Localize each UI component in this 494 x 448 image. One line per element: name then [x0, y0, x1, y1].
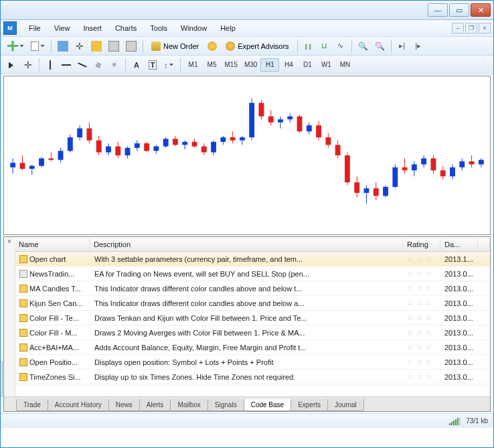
timeframe-m15[interactable]: M15: [222, 58, 241, 72]
table-row[interactable]: Kijun Sen Can...This Indicator draws dif…: [15, 296, 490, 311]
window-minimize-button[interactable]: —: [428, 3, 448, 17]
terminal-button[interactable]: [106, 39, 122, 54]
svg-rect-41: [201, 147, 207, 153]
timeframe-mn[interactable]: MN: [335, 58, 354, 72]
svg-rect-1: [10, 163, 15, 167]
svg-rect-35: [173, 139, 178, 145]
menu-help[interactable]: Help: [214, 22, 242, 34]
table-row[interactable]: Color Fill - M...Draws 2 Moving Averges …: [15, 325, 490, 340]
cell-name: Acc+BAl+MA...: [15, 342, 90, 353]
trendline-button[interactable]: [75, 58, 90, 72]
column-description[interactable]: Description: [90, 238, 403, 250]
menu-window[interactable]: Window: [174, 22, 214, 34]
menu-insert[interactable]: Insert: [76, 22, 108, 34]
timeframe-w1[interactable]: W1: [317, 58, 335, 72]
vertical-line-button[interactable]: [43, 58, 58, 72]
statusbar: 73/1 kb: [1, 413, 493, 428]
terminal-header-row: Name Description Rating Da...: [15, 237, 490, 252]
table-row[interactable]: NewsTradin...EA for Trading on News even…: [15, 267, 490, 281]
cell-rating: ☆ ☆ ☆: [403, 298, 440, 308]
tab-journal[interactable]: Journal: [327, 399, 364, 411]
text-button[interactable]: A: [129, 58, 144, 72]
metaquotes-button[interactable]: [205, 39, 220, 54]
timeframe-m1[interactable]: M1: [184, 58, 203, 72]
new-chart-button[interactable]: [5, 39, 27, 54]
strategy-tester-button[interactable]: [123, 39, 139, 54]
mdi-close-button[interactable]: ×: [479, 23, 491, 33]
svg-rect-81: [392, 167, 398, 187]
timeframe-m30[interactable]: M30: [241, 58, 260, 72]
cell-date: 2013.0...: [440, 313, 478, 323]
new-order-button[interactable]: New Order: [147, 39, 203, 54]
tab-signals[interactable]: Signals: [208, 399, 244, 411]
column-scroll: [478, 242, 490, 246]
window-close-button[interactable]: ✕: [471, 3, 491, 17]
cell-name: Color Fill - M...: [15, 327, 90, 338]
svg-rect-97: [469, 161, 475, 164]
timeframe-h1[interactable]: H1: [260, 58, 279, 72]
table-row[interactable]: Color Fill - Te...Draws Tenkan and Kijun…: [15, 311, 490, 325]
zoom-in-button[interactable]: [355, 39, 371, 54]
data-window-button[interactable]: [88, 39, 104, 54]
indicator-icon: [19, 373, 27, 381]
tab-alerts[interactable]: Alerts: [139, 399, 171, 411]
tab-account-history[interactable]: Account History: [48, 399, 109, 411]
chart-area[interactable]: [3, 76, 491, 235]
market-watch-button[interactable]: [55, 39, 71, 54]
mdi-minimize-button[interactable]: –: [452, 23, 464, 33]
table-row[interactable]: Acc+BAl+MA...Adds Account Balance, Equit…: [15, 340, 490, 355]
fibo-button[interactable]: ≡: [107, 58, 122, 72]
cell-name: Open Positio...: [15, 357, 90, 368]
svg-rect-87: [421, 158, 426, 164]
arrows-button[interactable]: ↕: [161, 58, 177, 72]
terminal-close-button[interactable]: ×: [5, 238, 13, 246]
menu-view[interactable]: View: [48, 22, 77, 34]
chart-shift-button[interactable]: |▸: [411, 39, 426, 54]
svg-rect-7: [39, 158, 44, 165]
expert-advisors-label: Expert Advisors: [238, 42, 289, 50]
timeframe-m5[interactable]: M5: [203, 58, 222, 72]
separator: [351, 40, 352, 53]
timeframe-h4[interactable]: H4: [279, 58, 298, 72]
table-row[interactable]: TimeZones Si...Display up to six Times Z…: [15, 370, 490, 384]
cursor-button[interactable]: [5, 58, 19, 72]
terminal-grid[interactable]: Open chartWith 3 settable parameters (cu…: [15, 252, 490, 396]
svg-rect-23: [115, 147, 120, 155]
table-row[interactable]: Open chartWith 3 settable parameters (cu…: [15, 252, 490, 267]
tab-code-base[interactable]: Code Base: [244, 399, 291, 411]
svg-rect-15: [77, 129, 82, 137]
column-rating[interactable]: Rating: [403, 238, 440, 250]
channel-button[interactable]: [91, 58, 106, 72]
chart-candle-button[interactable]: ⊔: [317, 39, 332, 54]
tab-news[interactable]: News: [108, 399, 140, 411]
column-name[interactable]: Name: [15, 238, 90, 250]
cell-name: Kijun Sen Can...: [15, 298, 90, 309]
profiles-button[interactable]: [28, 39, 48, 54]
cell-date: 2013.0...: [440, 372, 478, 382]
expert-advisors-button[interactable]: Expert Advisors: [221, 39, 293, 54]
menu-tools[interactable]: Tools: [143, 22, 174, 34]
tab-experts[interactable]: Experts: [291, 399, 328, 411]
column-date[interactable]: Da...: [440, 238, 478, 250]
crosshair-button[interactable]: [21, 58, 35, 72]
menu-charts[interactable]: Charts: [108, 22, 143, 34]
timeframe-d1[interactable]: D1: [298, 58, 317, 72]
mdi-restore-button[interactable]: ❐: [465, 23, 477, 33]
chart-bar-button[interactable]: ⫿⫿: [301, 39, 316, 54]
menu-file[interactable]: File: [22, 22, 48, 34]
svg-rect-63: [307, 125, 312, 131]
zoom-out-button[interactable]: [372, 39, 388, 54]
window-maximize-button[interactable]: ▭: [449, 3, 469, 17]
horizontal-line-button[interactable]: [59, 58, 74, 72]
svg-rect-77: [374, 188, 379, 196]
cell-description: Draws 2 Moving Averges with Color Fill b…: [90, 327, 403, 338]
auto-scroll-button[interactable]: ▸|: [395, 39, 410, 54]
chart-line-button[interactable]: ∿: [333, 39, 348, 54]
table-row[interactable]: Open Positio...Displays open position: S…: [15, 355, 490, 370]
table-row[interactable]: MA Candles T...This Indicator draws diff…: [15, 281, 490, 296]
navigator-button[interactable]: [72, 39, 87, 54]
tab-trade[interactable]: Trade: [16, 399, 48, 411]
tab-mailbox[interactable]: Mailbox: [170, 399, 208, 411]
text-label-button[interactable]: T: [145, 58, 160, 72]
svg-rect-91: [440, 170, 446, 176]
